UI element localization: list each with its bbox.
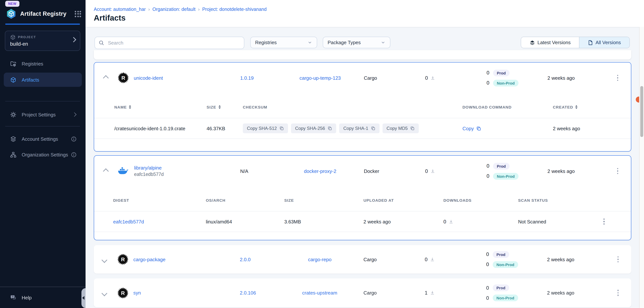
artifact-registry-link[interactable]: cargo-up-temp-123 [300, 75, 341, 81]
nonprod-count: 0 [484, 262, 489, 267]
artifact-version-link[interactable]: 1.0.19 [240, 75, 254, 81]
all-versions-label: All Versions [596, 40, 621, 45]
artifacts-cube-icon [10, 77, 16, 83]
prod-badge: Prod [493, 251, 509, 258]
kebab-menu-button[interactable] [616, 167, 620, 176]
column-header: SCAN STATUS [518, 198, 602, 203]
search-input[interactable] [107, 40, 232, 46]
copy-sha512-button[interactable]: Copy SHA-512 [243, 123, 288, 133]
sidebar-item-label: Account Settings [22, 136, 58, 142]
sidebar-item-label: Project Settings [22, 112, 56, 117]
updated-at: 2 weeks ago [524, 168, 598, 174]
copy-link-label: Copy [462, 125, 474, 131]
latest-versions-button[interactable]: Latest Versions [521, 37, 579, 48]
sidebar-item-help[interactable]: ? Help [4, 290, 82, 305]
column-header: DOWNLOADS [444, 198, 518, 203]
sidebar-item-artifacts[interactable]: Artifacts [4, 73, 82, 87]
copy-sha256-button[interactable]: Copy SHA-256 [291, 123, 336, 133]
layers-stack-icon [10, 136, 16, 142]
copy-sha1-button[interactable]: Copy SHA-1 [339, 123, 379, 133]
chevron-up-icon [103, 75, 108, 81]
expand-row-button[interactable] [94, 290, 115, 295]
chevron-up-icon [103, 168, 108, 174]
image-size: 3.63MB [284, 219, 364, 224]
sidebar-item-project-settings[interactable]: Project Settings [4, 107, 82, 122]
help-icon: ? [10, 294, 16, 301]
artifact-row: library/alpine eafc1edb577d N/A docker-p… [94, 156, 631, 186]
artifact-version-link[interactable]: 2.0.106 [240, 290, 256, 296]
artifact-name-link[interactable]: syn [133, 290, 141, 296]
kebab-menu-button[interactable] [616, 288, 620, 297]
brand-underline [5, 24, 80, 25]
search-box [94, 37, 244, 49]
sidebar-item-organization-settings[interactable]: Organization Settings [4, 147, 82, 162]
copy-button-label: Copy SHA-256 [295, 126, 325, 131]
sort-icon[interactable] [129, 105, 131, 109]
chevron-down-icon [101, 290, 107, 296]
artifact-card: R unicode-ident 1.0.19 cargo-up-temp-123… [94, 62, 631, 151]
sidebar-collapse-handle[interactable] [82, 288, 86, 308]
copy-download-command-link[interactable]: Copy [462, 125, 553, 131]
digest-row: eafc1edb577d linux/amd64 3.63MB 2 weeks … [94, 211, 631, 232]
prod-badge: Prod [493, 284, 509, 291]
sort-icon[interactable] [218, 105, 221, 109]
kebab-menu-button[interactable] [602, 217, 606, 226]
package-types-dropdown[interactable]: Package Types [323, 37, 390, 48]
gear-icon [10, 111, 16, 118]
copy-md5-button[interactable]: Copy MD5 [382, 123, 419, 133]
artifact-name-link[interactable]: unicode-ident [134, 75, 163, 81]
breadcrumb-account-link[interactable]: Account: automation_har [94, 7, 146, 12]
updated-at: 2 weeks ago [524, 75, 598, 81]
column-header: SIZE [284, 198, 364, 203]
project-name: build-en [10, 41, 28, 47]
artifact-name-link[interactable]: library/alpine [134, 165, 164, 171]
artifact-registry-link[interactable]: crates-upstream [302, 290, 337, 296]
prod-count: 0 [484, 285, 489, 291]
registries-dropdown-label: Registries [255, 40, 277, 45]
artifact-row: R unicode-ident 1.0.19 cargo-up-temp-123… [94, 63, 631, 93]
artifact-version: N/A [240, 168, 248, 174]
file-name: /cratesunicode-ident-1.0.19.crate [114, 125, 206, 131]
expand-row-button[interactable] [94, 257, 115, 262]
breadcrumb-separator-icon: › [198, 7, 200, 12]
download-count: 1 [425, 290, 428, 296]
registries-icon [10, 60, 16, 67]
download-count: 0 [425, 75, 428, 81]
column-header: DOWNLOAD COMMAND [462, 105, 553, 109]
sort-icon[interactable] [575, 105, 578, 109]
scrollbar-thumb[interactable] [640, 86, 643, 137]
sidebar-divider [5, 126, 80, 126]
vertical-scrollbar[interactable] [639, 27, 644, 308]
prod-count: 0 [484, 163, 489, 169]
all-versions-button[interactable]: All Versions [579, 37, 630, 48]
cube-icon [10, 34, 16, 40]
info-icon [71, 136, 76, 142]
kebab-menu-button[interactable] [616, 255, 620, 264]
prod-badge: Prod [493, 163, 510, 169]
nonprod-badge: Non-Prod [493, 261, 518, 268]
registries-dropdown[interactable]: Registries [250, 37, 317, 48]
digest-subtable: DIGEST OS/ARCH SIZE UPLOADED AT DOWNLOAD… [94, 186, 631, 240]
artifact-registry-link[interactable]: cargo-repo [308, 257, 332, 262]
digest-link[interactable]: eafc1edb577d [113, 219, 206, 224]
breadcrumb-org-link[interactable]: Organization: default [152, 7, 196, 12]
chevron-down-icon [101, 257, 107, 263]
sidebar-item-account-settings[interactable]: Account Settings [4, 132, 82, 146]
nonprod-count: 0 [484, 173, 489, 179]
kebab-menu-button[interactable] [616, 73, 620, 83]
collapse-row-button[interactable] [94, 169, 115, 174]
prod-badge: Prod [493, 69, 510, 76]
files-subtable: NAME SIZE CHECKSUM DOWNLOAD COMMAND CREA… [94, 93, 631, 151]
collapse-row-button[interactable] [94, 75, 115, 80]
download-icon [430, 169, 435, 174]
nonprod-count: 0 [484, 80, 489, 86]
sidebar-item-registries[interactable]: Registries [4, 57, 82, 71]
breadcrumb-project-link[interactable]: Project: donotdelete-shivanand [202, 7, 267, 12]
artifact-registry-link[interactable]: docker-proxy-2 [304, 168, 336, 174]
app-window: NEW Artifact Registry PROJECT b [0, 0, 644, 308]
sidebar-bottom-divider [0, 287, 86, 287]
project-selector[interactable]: PROJECT build-en [5, 31, 80, 51]
artifact-name-link[interactable]: cargo-package [133, 257, 166, 262]
module-grid-icon[interactable] [75, 11, 81, 17]
artifact-version-link[interactable]: 2.0.0 [240, 257, 251, 262]
